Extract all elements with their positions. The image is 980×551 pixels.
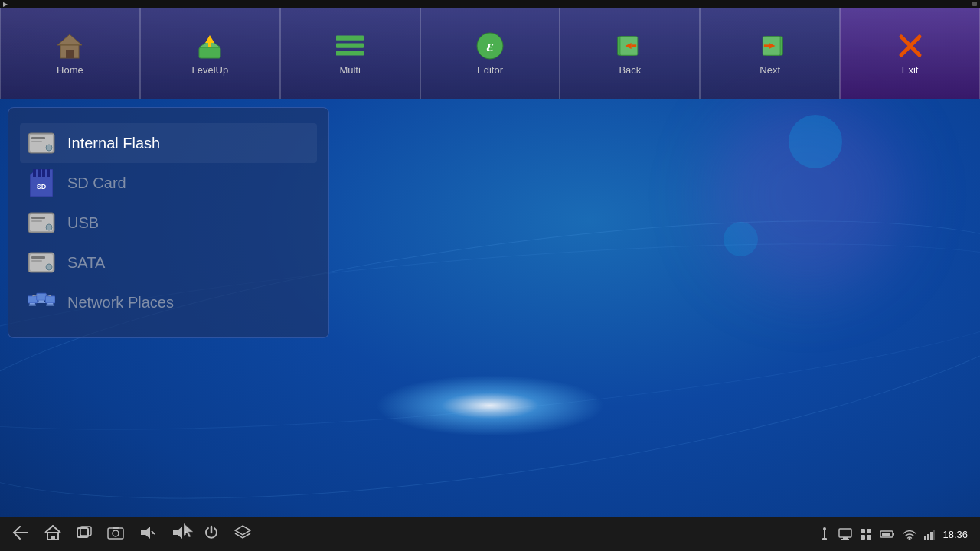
svg-rect-39 <box>31 260 42 262</box>
monitor-status-icon <box>838 528 852 540</box>
svg-rect-72 <box>861 529 865 533</box>
svg-rect-69 <box>839 529 851 537</box>
list-item[interactable]: Internal Flash <box>20 123 317 163</box>
svg-rect-3 <box>199 47 220 58</box>
sata-icon <box>28 249 55 276</box>
levelup-button[interactable]: LevelUp <box>140 8 280 99</box>
bg-circle2 <box>724 222 758 256</box>
svg-rect-78 <box>893 533 894 536</box>
home-icon <box>56 32 83 60</box>
usb-icon <box>28 209 55 236</box>
svg-rect-41 <box>30 303 35 305</box>
battery-status-icon <box>880 530 895 539</box>
svg-point-68 <box>823 527 826 530</box>
bg-circle1 <box>789 115 842 168</box>
svg-rect-33 <box>31 217 45 219</box>
signal-status-icon <box>924 529 935 540</box>
back-button[interactable]: Back <box>560 8 700 99</box>
svg-text:-: - <box>152 530 154 537</box>
list-item[interactable]: SD SD Card <box>20 163 317 203</box>
network-places-icon <box>28 289 55 316</box>
svg-rect-71 <box>841 539 849 540</box>
svg-rect-2 <box>66 50 74 58</box>
svg-text:ε: ε <box>486 36 493 55</box>
svg-rect-28 <box>47 169 50 177</box>
editor-label: Editor <box>477 64 503 76</box>
next-label: Next <box>760 64 780 76</box>
svg-rect-34 <box>31 220 42 222</box>
svg-rect-13 <box>631 44 636 47</box>
svg-rect-27 <box>42 169 45 177</box>
svg-rect-26 <box>38 169 41 177</box>
screenshot-icon[interactable] <box>107 526 124 543</box>
svg-text:SD: SD <box>37 183 47 191</box>
back-nav-icon[interactable] <box>12 526 29 543</box>
recents-nav-icon[interactable] <box>77 526 92 543</box>
svg-rect-74 <box>861 535 865 540</box>
next-button[interactable]: Next <box>700 8 840 99</box>
sd-card-label: SD Card <box>67 174 126 192</box>
svg-marker-59 <box>141 527 150 539</box>
list-item[interactable]: USB <box>20 203 317 243</box>
svg-rect-7 <box>336 51 364 55</box>
top-bar-triangle <box>972 2 977 6</box>
svg-marker-65 <box>235 526 250 535</box>
svg-point-57 <box>113 530 119 536</box>
svg-rect-38 <box>31 256 45 259</box>
levelup-icon <box>196 32 224 60</box>
svg-point-37 <box>46 264 52 270</box>
network-places-label: Network Places <box>67 294 174 311</box>
editor-button[interactable]: ε Editor <box>420 8 560 99</box>
svg-text:+: + <box>184 530 188 537</box>
svg-marker-63 <box>173 527 182 539</box>
exit-label: Exit <box>902 64 919 76</box>
vol-down-icon[interactable]: - <box>139 526 156 543</box>
power-icon[interactable] <box>204 525 219 544</box>
svg-rect-48 <box>46 305 54 306</box>
vol-up-icon[interactable]: + <box>172 526 188 543</box>
svg-rect-46 <box>45 296 55 303</box>
top-status-bar: ▶ <box>0 0 980 8</box>
svg-rect-77 <box>882 533 890 536</box>
svg-rect-70 <box>843 537 848 539</box>
svg-rect-75 <box>867 535 871 540</box>
taskbar-status-icons: 18:36 <box>818 527 968 541</box>
svg-rect-42 <box>29 305 36 306</box>
usb-status-icon <box>818 527 831 541</box>
exit-button[interactable]: Exit <box>840 8 980 99</box>
multi-icon <box>336 32 364 60</box>
file-browser-panel: Internal Flash SD SD Card <box>8 107 329 338</box>
svg-rect-58 <box>113 527 119 529</box>
list-item[interactable]: SATA <box>20 243 317 282</box>
taskbar: - + <box>0 517 980 551</box>
svg-rect-81 <box>927 534 929 540</box>
bg-glow <box>375 375 605 436</box>
home-nav-icon[interactable] <box>44 525 61 544</box>
svg-rect-23 <box>31 137 45 139</box>
editor-icon: ε <box>476 32 504 60</box>
taskbar-nav-icons: - + <box>12 525 251 544</box>
list-item[interactable]: Network Places <box>20 282 317 322</box>
svg-point-22 <box>46 145 52 151</box>
top-bar-icon: ▶ <box>3 1 8 8</box>
svg-rect-45 <box>38 302 46 303</box>
svg-point-32 <box>46 224 52 230</box>
wifi-status-icon <box>903 529 916 540</box>
svg-rect-44 <box>38 300 44 302</box>
svg-rect-47 <box>47 303 53 305</box>
home-button[interactable]: Home <box>0 8 140 99</box>
home-label: Home <box>57 64 83 76</box>
svg-rect-73 <box>867 529 871 533</box>
multi-button[interactable]: Multi <box>280 8 420 99</box>
svg-rect-17 <box>764 44 769 47</box>
svg-rect-83 <box>933 530 935 540</box>
svg-rect-40 <box>28 296 38 303</box>
svg-rect-82 <box>930 532 933 540</box>
internal-flash-icon <box>28 129 55 157</box>
toolbar: Home LevelUp Multi <box>0 8 980 99</box>
layers-icon[interactable] <box>234 525 251 544</box>
svg-rect-25 <box>33 169 36 177</box>
svg-rect-5 <box>336 35 364 40</box>
svg-rect-67 <box>822 538 827 540</box>
clock: 18:36 <box>942 529 968 540</box>
